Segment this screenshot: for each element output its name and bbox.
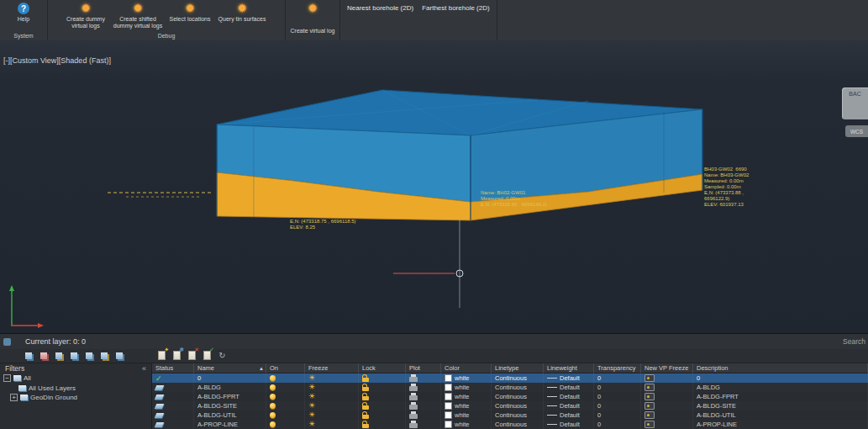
printer-plot-icon[interactable] — [409, 377, 418, 382]
layer-description-cell[interactable]: A-BLDG-SITE — [693, 401, 868, 410]
header-new-vp-freeze[interactable]: New VP Freeze — [641, 363, 693, 373]
layer-lineweight-cell[interactable]: Default — [544, 410, 594, 420]
layer-freeze-cell[interactable]: ☀ — [305, 410, 359, 420]
layer-row[interactable]: ✓ 0 ☀ white Continuous Default 0 0 — [152, 373, 868, 383]
header-name[interactable]: Name ▲ — [194, 363, 266, 373]
layer-plot-cell[interactable] — [406, 410, 441, 420]
color-swatch[interactable] — [445, 374, 452, 382]
layer-on-cell[interactable] — [266, 392, 305, 401]
layer-linetype-cell[interactable]: Continuous — [492, 392, 544, 401]
layer-on-cell[interactable] — [266, 401, 305, 410]
layer-lineweight-cell[interactable]: Default — [544, 420, 594, 429]
printer-plot-icon[interactable] — [409, 423, 418, 428]
filter-tree-item-geodin-ground[interactable]: + GeoDin Ground — [0, 393, 151, 403]
bulb-on-icon[interactable] — [270, 412, 276, 418]
new-vp-freeze-icon[interactable] — [644, 402, 655, 410]
layer-transparency-cell[interactable]: 0 — [594, 373, 641, 383]
layer-status-cell[interactable] — [152, 410, 194, 420]
layer-plot-cell[interactable] — [406, 420, 441, 429]
layer-lock-cell[interactable] — [359, 420, 406, 429]
layer-lock-cell[interactable] — [359, 383, 406, 392]
layer-freeze-icon[interactable] — [97, 350, 110, 361]
header-description[interactable]: Description — [693, 363, 868, 373]
layer-description-cell[interactable]: A-PROP-LINE — [693, 420, 868, 429]
layer-freeze-cell[interactable]: ☀ — [305, 373, 359, 383]
layer-color-cell[interactable]: white — [441, 392, 492, 401]
layer-transparency-cell[interactable]: 0 — [594, 401, 641, 410]
layer-new-vp-freeze-cell[interactable] — [641, 392, 693, 401]
set-current-layer-icon[interactable] — [201, 350, 213, 361]
layer-row[interactable]: A-BLDG-SITE ☀ white Continuous Default 0… — [152, 401, 868, 410]
layer-plot-cell[interactable] — [406, 392, 441, 401]
header-color[interactable]: Color — [441, 363, 492, 373]
layer-lineweight-cell[interactable]: Default — [544, 392, 594, 401]
unlock-icon[interactable] — [362, 405, 369, 410]
layer-name-cell[interactable]: A-BLDG-SITE — [194, 401, 266, 410]
sun-thaw-icon[interactable]: ☀ — [308, 374, 315, 382]
layer-new-vp-freeze-cell[interactable] — [641, 410, 693, 420]
layer-linetype-cell[interactable]: Continuous — [492, 383, 544, 392]
layer-lock-cell[interactable] — [359, 392, 406, 401]
create-virtual-log-button[interactable]: ✹ Create virtual log — [291, 0, 335, 34]
layer-lock-cell[interactable] — [359, 410, 406, 420]
printer-plot-icon[interactable] — [409, 414, 418, 419]
filter-tree-item-all[interactable]: − All — [0, 373, 151, 384]
viewcube-fragment[interactable]: BAC — [842, 87, 868, 119]
color-swatch[interactable] — [445, 411, 452, 419]
layer-freeze-cell[interactable]: ☀ — [305, 420, 359, 429]
sun-thaw-icon[interactable]: ☀ — [308, 402, 315, 410]
help-button[interactable]: ? Help — [18, 0, 29, 23]
layer-lineweight-cell[interactable]: Default — [544, 373, 594, 383]
layer-name-cell[interactable]: A-PROP-LINE — [194, 420, 266, 429]
printer-plot-icon[interactable] — [409, 386, 418, 391]
layer-description-cell[interactable]: 0 — [693, 373, 868, 383]
search-input[interactable]: Search — [843, 337, 865, 346]
layer-lineweight-cell[interactable]: Default — [544, 401, 594, 410]
layer-row[interactable]: A-BLDG-FPRT ☀ white Continuous Default 0… — [152, 392, 868, 401]
new-vp-freeze-icon[interactable] — [644, 421, 655, 428]
printer-plot-icon[interactable] — [409, 395, 418, 400]
layer-new-vp-freeze-cell[interactable] — [641, 401, 693, 410]
bulb-on-icon[interactable] — [270, 394, 276, 400]
header-linetype[interactable]: Linetype — [492, 363, 544, 373]
bulb-on-icon[interactable] — [270, 421, 276, 427]
farthest-borehole-button[interactable]: Farthest borehole (2D) — [419, 3, 492, 13]
new-group-filter-icon[interactable] — [37, 350, 50, 361]
tree-expander-icon[interactable]: + — [10, 394, 18, 401]
filter-tree-item-all-used-layers[interactable]: All Used Layers — [0, 384, 151, 394]
sun-thaw-icon[interactable]: ☀ — [308, 393, 315, 400]
color-swatch[interactable] — [445, 393, 452, 400]
layer-lineweight-cell[interactable]: Default — [544, 383, 594, 392]
layer-on-cell[interactable] — [266, 410, 305, 420]
new-vp-freeze-icon[interactable] — [644, 374, 655, 382]
select-locations-button[interactable]: ✹ Select locations — [167, 0, 213, 23]
layer-color-cell[interactable]: white — [441, 420, 492, 429]
layer-color-cell[interactable]: white — [441, 373, 492, 383]
layer-transparency-cell[interactable]: 0 — [594, 420, 641, 429]
new-layer-vp-frozen-icon[interactable] — [171, 350, 183, 361]
query-tin-surfaces-button[interactable]: ✹ Query tin surfaces — [214, 0, 270, 23]
layer-status-cell[interactable] — [152, 383, 194, 392]
layer-transparency-cell[interactable]: 0 — [594, 392, 641, 401]
printer-plot-icon[interactable] — [409, 405, 418, 410]
model-viewport[interactable]: [-][Custom View][Shaded (Fast)] E,N: (47… — [0, 40, 868, 333]
new-layer-icon[interactable] — [155, 350, 168, 361]
new-property-filter-icon[interactable] — [22, 350, 34, 361]
color-swatch[interactable] — [445, 384, 452, 391]
layer-lock-cell[interactable] — [359, 401, 406, 410]
layer-linetype-cell[interactable]: Continuous — [492, 410, 544, 420]
nearest-borehole-button[interactable]: Nearest borehole (2D) — [345, 3, 416, 13]
header-freeze[interactable]: Freeze — [305, 363, 359, 373]
refresh-icon[interactable]: ↻ — [216, 350, 229, 361]
sun-thaw-icon[interactable]: ☀ — [308, 411, 315, 419]
unlock-icon[interactable] — [362, 378, 369, 382]
viewport-controls-label[interactable]: [-][Custom View][Shaded (Fast)] — [3, 56, 111, 65]
layer-name-cell[interactable]: 0 — [194, 373, 266, 383]
new-vp-freeze-icon[interactable] — [644, 393, 655, 400]
layer-new-vp-freeze-cell[interactable] — [641, 420, 693, 429]
header-on[interactable]: On — [266, 363, 305, 373]
delete-layer-icon[interactable] — [186, 350, 198, 361]
layer-description-cell[interactable]: A-BLDG — [693, 383, 868, 392]
layer-isolate-icon[interactable] — [67, 350, 80, 361]
layer-name-cell[interactable]: A-BLDG-FPRT — [194, 392, 266, 401]
